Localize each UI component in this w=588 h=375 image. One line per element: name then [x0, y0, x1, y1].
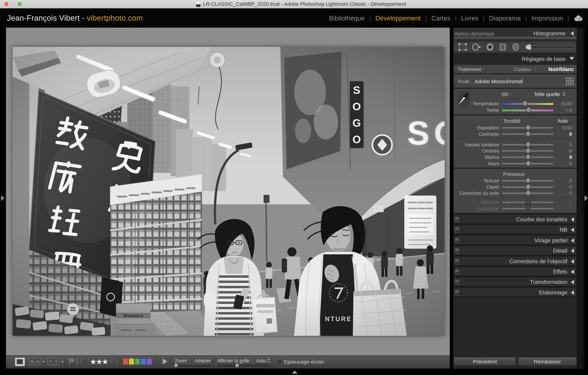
highlights-slider-track[interactable]: [502, 144, 554, 146]
minimize-button[interactable]: [11, 2, 15, 6]
panel-detail[interactable]: Détail: [454, 246, 577, 255]
pick-flag-icon[interactable]: [69, 359, 75, 365]
close-button[interactable]: [4, 2, 8, 6]
module-impression[interactable]: Impression: [531, 15, 563, 22]
show-filmstrip-arrow-icon[interactable]: [292, 370, 297, 374]
zoom-slider-track[interactable]: [174, 365, 210, 367]
wb-sort-arrows-icon[interactable]: [562, 91, 565, 97]
view-dropdown-caret-icon[interactable]: [42, 361, 45, 363]
treatment-bw-option[interactable]: Noir/blanc: [548, 66, 574, 72]
temperature-value[interactable]: 6100: [554, 101, 572, 107]
texture-value[interactable]: 0: [554, 178, 572, 184]
slideshow-play-icon[interactable]: [163, 359, 167, 365]
shadows-slider-track[interactable]: [502, 150, 554, 152]
spot-removal-tool-icon[interactable]: [472, 43, 481, 51]
after-view-button[interactable]: Y: [53, 358, 59, 365]
soft-proofing-checkbox[interactable]: [276, 359, 282, 365]
active-view-button[interactable]: A: [35, 358, 41, 365]
panel-toggle-switch[interactable]: [455, 217, 459, 223]
grid-size-slider-track[interactable]: [217, 365, 270, 367]
right-panel-scrollbar[interactable]: [577, 28, 583, 369]
reset-button[interactable]: Réinitialiser: [518, 357, 577, 366]
color-label-purple[interactable]: [147, 358, 152, 365]
blacks-value[interactable]: 0: [554, 161, 572, 166]
shadows-value[interactable]: 0: [554, 148, 572, 154]
blacks-slider-track[interactable]: [502, 163, 554, 165]
before-view-button[interactable]: Y: [47, 358, 53, 365]
temperature-slider-track[interactable]: [502, 103, 554, 105]
beforeafter-dropdown-caret-icon[interactable]: [61, 361, 64, 363]
zoom-window-button[interactable]: [18, 2, 22, 6]
panel-effects[interactable]: Effets: [454, 267, 577, 276]
module-cartes[interactable]: Cartes: [431, 15, 451, 22]
dehaze-value[interactable]: 0: [554, 191, 572, 196]
panel-calibration[interactable]: Etalonnage: [454, 288, 577, 297]
fit-label[interactable]: Adapter: [195, 358, 211, 364]
module-bibliotheque[interactable]: Bibliothèque: [329, 15, 365, 22]
loupe-view-button[interactable]: [15, 357, 25, 366]
graduated-filter-tool-icon[interactable]: [498, 43, 507, 51]
dehaze-slider-thumb[interactable]: [524, 190, 532, 197]
reference-view-button[interactable]: R: [29, 358, 35, 365]
sync-cloud-icon[interactable]: !: [574, 15, 583, 21]
color-label-red[interactable]: [123, 358, 128, 365]
show-left-panel-arrow-icon[interactable]: [1, 195, 5, 201]
contrast-slider-track[interactable]: [502, 133, 554, 136]
exposure-value[interactable]: 0,00: [554, 125, 572, 131]
panel-toggle-switch[interactable]: [455, 227, 459, 233]
panel-toggle-switch[interactable]: [455, 248, 459, 254]
panel-toggle-switch[interactable]: [455, 259, 459, 264]
hide-right-panel-arrow-icon[interactable]: [585, 195, 588, 201]
clarity-value[interactable]: 0: [554, 184, 572, 190]
module-developpement[interactable]: Développement: [375, 15, 421, 22]
exposure-slider-track[interactable]: [502, 127, 554, 129]
red-eye-tool-icon[interactable]: [486, 43, 494, 51]
collapse-arrow-icon[interactable]: [570, 31, 574, 36]
tint-value[interactable]: + 6: [554, 108, 572, 113]
grid-mode-sort-arrows-icon[interactable]: [267, 358, 270, 363]
treatment-color-option[interactable]: Couleur: [514, 67, 531, 72]
module-diaporama[interactable]: Diaporama: [489, 15, 521, 22]
color-label-blue[interactable]: [140, 358, 146, 365]
profile-browser-grid-icon[interactable]: [566, 77, 574, 86]
panel-bw[interactable]: NB: [454, 225, 577, 234]
panel-toggle-switch[interactable]: [455, 280, 459, 285]
reject-flag-icon[interactable]: ×: [76, 359, 83, 365]
blacks-slider-thumb[interactable]: [524, 160, 532, 167]
profile-value[interactable]: Adobe Monochrome: [475, 79, 522, 84]
radial-filter-tool-icon[interactable]: [512, 43, 520, 51]
previous-button[interactable]: Précédent: [454, 357, 516, 366]
contrast-slider-thumb[interactable]: [524, 131, 532, 138]
panel-lens-corrections[interactable]: Corrections de l'objectif: [454, 256, 577, 266]
adjustment-brush-tool-icon[interactable]: [524, 43, 576, 51]
histogram-collapsed-bar[interactable]: [454, 37, 576, 40]
whites-value[interactable]: 0: [554, 155, 572, 160]
dehaze-slider-track[interactable]: [502, 193, 554, 195]
contrast-value[interactable]: 0: [554, 132, 572, 137]
identity-plate[interactable]: Jean-François Vibert - vibertphoto.com: [7, 14, 143, 22]
wb-value[interactable]: Telle quelle: [527, 91, 560, 97]
tone-auto-button[interactable]: Auto: [554, 117, 571, 125]
photo-canvas[interactable]: S O G O SO SO: [13, 47, 444, 336]
color-label-green[interactable]: [135, 358, 140, 365]
basic-panel-header[interactable]: Réglages de base: [453, 56, 577, 63]
texture-slider-track[interactable]: [502, 180, 554, 182]
panel-split-toning[interactable]: Virage partiel: [454, 235, 577, 245]
highlights-value[interactable]: 0: [554, 142, 572, 148]
panel-tone-curve[interactable]: Courbe des tonalités: [454, 214, 577, 224]
whites-slider-track[interactable]: [502, 156, 554, 159]
tint-slider-track[interactable]: [502, 109, 554, 111]
panel-toggle-switch[interactable]: [455, 290, 459, 296]
crop-tool-icon[interactable]: [458, 43, 467, 51]
color-label-yellow[interactable]: [129, 358, 134, 365]
clarity-slider-track[interactable]: [502, 186, 554, 189]
profile-sort-arrows-icon[interactable]: [521, 79, 524, 84]
panel-transform[interactable]: Transformation: [454, 277, 577, 286]
soft-proofing-label[interactable]: Epreuvage écran: [284, 359, 324, 365]
grid-mode-value[interactable]: Auto: [256, 358, 266, 364]
panel-toggle-switch[interactable]: [455, 269, 459, 275]
module-livres[interactable]: Livres: [461, 15, 478, 22]
tint-slider-thumb[interactable]: [525, 107, 532, 114]
temperature-slider-thumb[interactable]: [521, 100, 529, 107]
panel-toggle-switch[interactable]: [455, 238, 459, 243]
